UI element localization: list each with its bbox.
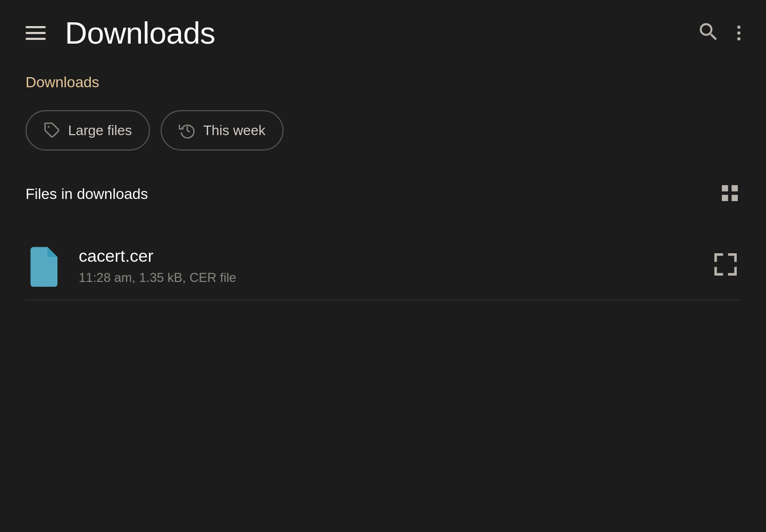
files-section-header: Files in downloads — [26, 182, 740, 206]
filter-chips: Large files This week — [26, 110, 740, 151]
this-week-chip[interactable]: This week — [161, 110, 284, 151]
more-options-button[interactable] — [737, 26, 740, 40]
search-button[interactable] — [697, 20, 720, 46]
top-bar: Downloads — [0, 0, 766, 61]
page-title: Downloads — [65, 15, 215, 51]
search-icon — [697, 20, 720, 44]
large-files-chip[interactable]: Large files — [26, 110, 150, 151]
expand-icon — [711, 250, 740, 279]
tag-icon — [44, 122, 61, 139]
file-name: cacert.cer — [79, 246, 696, 266]
top-bar-right — [697, 20, 740, 46]
expand-button[interactable] — [711, 250, 740, 281]
top-bar-left: Downloads — [26, 15, 215, 51]
file-info: cacert.cer 11:28 am, 1.35 kB, CER file — [79, 246, 696, 285]
file-meta: 11:28 am, 1.35 kB, CER file — [79, 270, 696, 285]
this-week-label: This week — [203, 122, 265, 139]
section-title: Downloads — [26, 74, 740, 91]
app-container: Downloads Downloads — [0, 0, 766, 532]
grid-icon — [719, 182, 740, 204]
content-area: Downloads Large files — [0, 61, 766, 532]
file-icon — [26, 244, 64, 287]
grid-view-button[interactable] — [719, 182, 740, 206]
table-row[interactable]: cacert.cer 11:28 am, 1.35 kB, CER file — [26, 231, 740, 300]
large-files-label: Large files — [68, 122, 132, 139]
menu-button[interactable] — [26, 26, 46, 40]
files-section-label: Files in downloads — [26, 186, 148, 203]
file-list: cacert.cer 11:28 am, 1.35 kB, CER file — [26, 231, 740, 300]
history-icon — [179, 122, 196, 139]
